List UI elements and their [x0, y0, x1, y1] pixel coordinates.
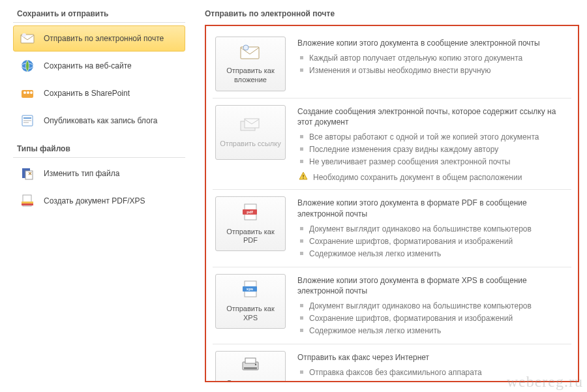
option-send-pdf: pdf Отправить как PDF Вложение копии это… [213, 190, 571, 267]
pdf-xps-icon [20, 194, 35, 208]
nav-publish-blog[interactable]: Опубликовать как запись блога [13, 108, 185, 134]
option-send-link: Отправить ссылку Создание сообщения элек… [213, 98, 571, 190]
svg-rect-30 [245, 358, 256, 363]
nav-label: Изменить тип файла [44, 169, 119, 178]
option-bullet: Содержимое нельзя легко изменить [297, 325, 569, 337]
option-bullet: Документ выглядит одинаково на большинст… [297, 300, 569, 312]
button-label: Отправить как PDF [218, 228, 282, 246]
nav-save-sharepoint[interactable]: Сохранить в SharePoint [13, 80, 185, 106]
button-label: Отправить как вложение [218, 67, 282, 85]
globe-icon [20, 59, 35, 73]
fax-icon [240, 355, 261, 375]
svg-rect-11 [23, 122, 29, 123]
svg-rect-10 [23, 120, 31, 121]
svg-rect-22 [303, 178, 303, 179]
nav-create-pdf-xps[interactable]: Создать документ PDF/XPS [13, 188, 185, 214]
warning-line: Необходимо сохранить документ в общем ра… [297, 172, 569, 183]
option-bullet: Сохранение шрифтов, форматирования и изо… [297, 235, 569, 247]
svg-rect-20 [245, 119, 259, 128]
button-label: Отправить как факс через Интернет [218, 379, 282, 382]
option-send-xps: xps Отправить как XPS Вложение копии это… [213, 267, 571, 344]
svg-point-6 [27, 91, 29, 94]
send-as-attachment-button[interactable]: Отправить как вложение [215, 37, 286, 91]
svg-rect-31 [244, 367, 257, 369]
option-bullet: Требуется поставщик службы факсов [297, 379, 569, 382]
xps-icon: xps [241, 280, 260, 301]
option-description: Отправить как факс через Интернет Отправ… [297, 351, 569, 382]
nav-label: Сохранить на веб-сайте [44, 61, 132, 70]
nav-save-web[interactable]: Сохранить на веб-сайте [13, 53, 185, 79]
nav-label: Создать документ PDF/XPS [44, 196, 145, 205]
left-panel: Сохранить и отправить Отправить по элект… [0, 0, 192, 392]
option-description: Вложение копии этого документа в формате… [297, 274, 569, 337]
option-title: Вложение копии этого документа в формате… [297, 275, 569, 296]
email-options-box: Отправить как вложение Вложение копии эт… [205, 25, 579, 382]
send-as-fax-button[interactable]: Отправить как факс через Интернет [215, 351, 286, 382]
svg-point-7 [30, 91, 33, 94]
option-bullet: Изменения и отзывы необходимо внести вру… [297, 65, 569, 76]
option-title: Вложение копии этого документа в сообщен… [297, 38, 569, 48]
option-bullet: Не увеличивает размер сообщения электрон… [297, 156, 569, 168]
option-title: Отправить как факс через Интернет [297, 352, 569, 363]
button-label: Отправить ссылку [220, 140, 280, 149]
option-description: Вложение копии этого документа в сообщен… [297, 37, 569, 77]
pdf-icon: pdf [241, 203, 260, 224]
nav-label: Сохранить в SharePoint [44, 89, 130, 98]
nav-label: Отправить по электронной почте [44, 34, 164, 43]
svg-point-5 [23, 91, 26, 94]
section-save-send-header: Сохранить и отправить [13, 5, 185, 23]
option-description: Создание сообщения электронной почты, ко… [297, 105, 569, 183]
send-link-button: Отправить ссылку [215, 105, 286, 160]
option-description: Вложение копии этого документа в формате… [297, 196, 569, 260]
sharepoint-icon [20, 86, 35, 100]
section-file-types-header: Типы файлов [13, 140, 185, 158]
svg-rect-9 [23, 117, 31, 119]
option-bullet: Документ выглядит одинаково на большинст… [297, 223, 569, 235]
nav-label: Опубликовать как запись блога [44, 116, 157, 125]
link-envelope-icon [239, 116, 262, 136]
option-send-fax: Отправить как факс через Интернет Отправ… [213, 344, 571, 382]
change-type-icon [20, 166, 35, 181]
svg-rect-21 [303, 175, 303, 177]
option-bullet: Содержимое нельзя легко изменить [297, 248, 569, 260]
svg-text:xps: xps [247, 287, 254, 291]
option-bullet: Последние изменения сразу видны каждому … [297, 143, 569, 155]
svg-point-18 [243, 45, 248, 50]
attachment-icon [239, 43, 262, 63]
option-send-attachment: Отправить как вложение Вложение копии эт… [213, 30, 571, 98]
option-bullet: Отправка факсов без факсимильного аппара… [297, 367, 569, 378]
option-bullet: Каждый автор получает отдельную копию эт… [297, 52, 569, 64]
send-as-xps-button[interactable]: xps Отправить как XPS [215, 274, 286, 329]
option-bullet: Сохранение шрифтов, форматирования и изо… [297, 312, 569, 324]
blog-icon [20, 113, 35, 128]
send-as-pdf-button[interactable]: pdf Отправить как PDF [215, 196, 286, 251]
warning-text: Необходимо сохранить документ в общем ра… [313, 173, 522, 182]
right-panel: Отправить по электронной почте Отправить… [192, 0, 587, 392]
svg-rect-16 [22, 204, 33, 205]
warning-icon [299, 172, 308, 183]
nav-send-email[interactable]: Отправить по электронной почте [13, 25, 185, 52]
option-bullet: Все авторы работают с одной и той же коп… [297, 131, 569, 143]
envelope-icon [20, 31, 35, 46]
svg-point-1 [22, 33, 26, 37]
right-panel-header: Отправить по электронной почте [205, 5, 579, 22]
button-label: Отправить как XPS [218, 305, 282, 323]
svg-rect-4 [22, 90, 33, 98]
svg-text:pdf: pdf [247, 210, 253, 214]
option-title: Создание сообщения электронной почты, ко… [297, 106, 569, 127]
nav-change-file-type[interactable]: Изменить тип файла [13, 160, 185, 187]
svg-point-32 [255, 364, 256, 365]
option-title: Вложение копии этого документа в формате… [297, 198, 569, 219]
